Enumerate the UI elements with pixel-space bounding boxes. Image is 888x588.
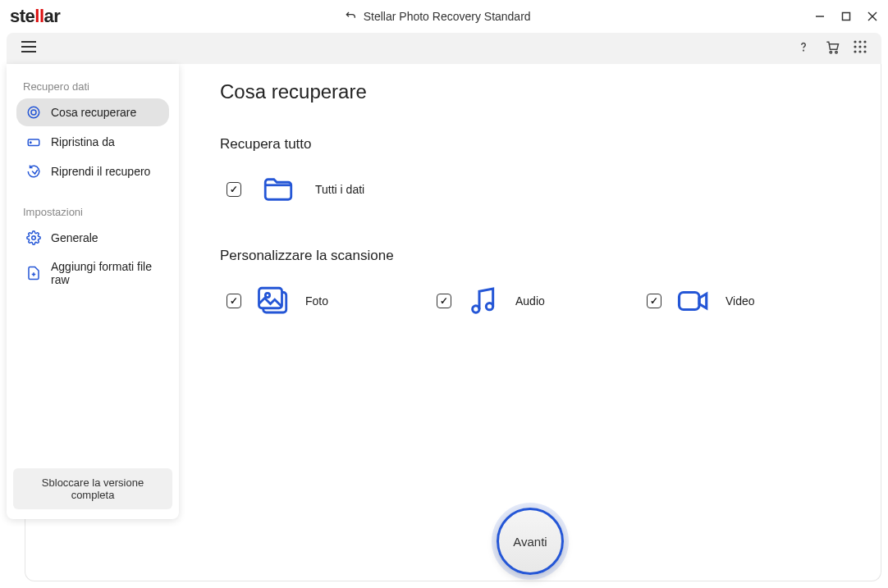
svg-point-20	[28, 107, 39, 118]
next-button-container: Avanti	[497, 508, 564, 575]
audio-label: Audio	[515, 294, 545, 308]
maximize-button[interactable]	[840, 11, 852, 22]
sidebar-item-add-raw[interactable]: Aggiungi formati file raw	[16, 253, 169, 293]
sidebar-item-resume-recovery[interactable]: Riprendi il recupero	[16, 157, 169, 185]
svg-point-8	[803, 50, 804, 51]
svg-point-14	[854, 45, 856, 48]
all-data-label: Tutti i dati	[315, 183, 364, 196]
svg-point-18	[858, 50, 861, 52]
unlock-full-version-button[interactable]: Sbloccare la versione completa	[13, 468, 172, 509]
svg-point-23	[30, 142, 32, 144]
sidebar-item-label: Cosa recuperare	[51, 106, 136, 119]
svg-rect-33	[680, 293, 700, 310]
resume-icon	[26, 164, 41, 179]
back-icon[interactable]	[344, 9, 357, 25]
toolbar	[7, 33, 881, 64]
sidebar-section-settings: Impostazioni	[13, 199, 172, 223]
cart-button[interactable]	[824, 39, 840, 58]
video-icon	[676, 284, 711, 318]
svg-point-16	[863, 45, 866, 48]
title-center: Stellar Photo Recovery Standard	[60, 9, 814, 25]
sidebar-item-label: Ripristina da	[51, 135, 115, 148]
checkbox-all-data[interactable]	[227, 182, 241, 197]
page-heading: Cosa recuperare	[220, 80, 857, 103]
customize-heading: Personalizzare la scansione	[220, 248, 857, 264]
sidebar-item-general[interactable]: Generale	[16, 224, 169, 252]
svg-point-21	[31, 110, 36, 115]
svg-rect-1	[843, 13, 850, 21]
window-controls	[814, 11, 878, 22]
titlebar: stellar Stellar Photo Recovery Standard	[0, 0, 888, 33]
sidebar-item-what-recover[interactable]: Cosa recuperare	[16, 98, 169, 126]
svg-point-19	[863, 50, 866, 52]
svg-point-9	[830, 51, 832, 52]
sidebar-item-label: Aggiungi formati file raw	[51, 260, 159, 286]
main-panel: Cosa recuperare Recupera tutto Tutti i d…	[179, 64, 881, 581]
customize-grid: Foto Audio Video	[220, 284, 857, 318]
svg-point-15	[858, 45, 861, 48]
svg-point-12	[858, 40, 861, 43]
sidebar-section-recovery: Recupero dati	[13, 74, 172, 98]
svg-point-24	[32, 236, 36, 240]
sidebar-item-label: Generale	[51, 231, 98, 244]
sidebar-item-label: Riprendi il recupero	[51, 165, 150, 178]
svg-point-31	[473, 306, 479, 312]
target-icon	[26, 105, 41, 120]
svg-point-17	[854, 50, 856, 52]
photo-icon	[256, 284, 291, 318]
svg-point-32	[486, 303, 492, 310]
video-label: Video	[726, 294, 755, 308]
svg-point-13	[863, 40, 866, 43]
menu-button[interactable]	[21, 41, 36, 56]
next-button[interactable]: Avanti	[497, 508, 564, 575]
recover-all-row: Tutti i dati	[220, 172, 857, 207]
sidebar: Recupero dati Cosa recuperare Ripristina…	[7, 64, 179, 519]
sidebar-item-recover-from[interactable]: Ripristina da	[16, 128, 169, 156]
type-option-photo: Foto	[227, 284, 437, 318]
file-add-icon	[26, 266, 41, 280]
help-button[interactable]	[796, 39, 811, 57]
minimize-button[interactable]	[814, 11, 826, 22]
logo-pre: ste	[10, 6, 34, 26]
apps-grid-button[interactable]	[854, 40, 867, 57]
svg-point-11	[854, 40, 856, 43]
drive-icon	[26, 134, 41, 149]
audio-icon	[466, 284, 501, 318]
type-option-video: Video	[647, 284, 857, 318]
checkbox-audio[interactable]	[437, 294, 451, 308]
app-logo: stellar	[10, 6, 60, 27]
folder-icon	[261, 172, 295, 207]
gear-icon	[26, 230, 41, 245]
type-option-audio: Audio	[437, 284, 647, 318]
recover-all-heading: Recupera tutto	[220, 136, 857, 153]
checkbox-photo[interactable]	[227, 294, 241, 308]
svg-point-10	[835, 51, 838, 52]
checkbox-video[interactable]	[647, 294, 661, 308]
product-title: Stellar Photo Recovery Standard	[364, 10, 531, 23]
logo-red: ll	[34, 6, 43, 26]
logo-post: ar	[44, 6, 61, 26]
photo-label: Foto	[305, 294, 328, 308]
close-button[interactable]	[867, 11, 878, 22]
